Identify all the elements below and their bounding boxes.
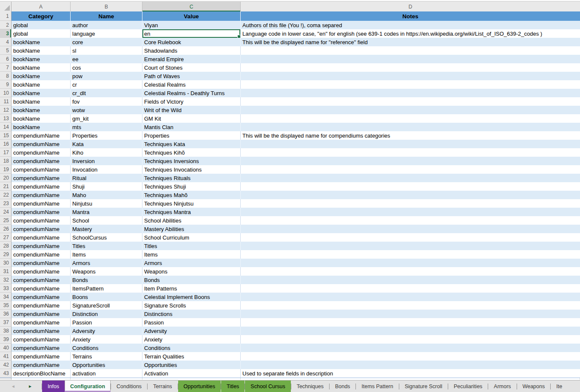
cell-C36[interactable]: Distinctions — [142, 310, 241, 318]
table-header-category[interactable]: Category — [11, 11, 71, 21]
row-number-5[interactable]: 5 — [0, 46, 11, 55]
column-header-c[interactable]: C — [142, 2, 241, 11]
cell-D17[interactable] — [241, 148, 580, 157]
cell-C23[interactable]: Techniques Ninjutsu — [142, 199, 241, 208]
cell-B28[interactable]: Titles — [71, 242, 142, 250]
cell-B14[interactable]: mts — [71, 123, 142, 131]
cell-D12[interactable] — [241, 106, 580, 114]
cell-B33[interactable]: ItemsPattern — [71, 284, 142, 293]
cell-D21[interactable] — [241, 182, 580, 191]
cell-A34[interactable]: compendiumName — [11, 293, 71, 301]
cell-C42[interactable]: Opportunities — [142, 361, 241, 369]
cell-D26[interactable] — [241, 225, 580, 233]
cell-B32[interactable]: Bonds — [71, 276, 142, 284]
cell-C35[interactable]: Signature Scrolls — [142, 301, 241, 310]
cell-A35[interactable]: compendiumName — [11, 301, 71, 310]
row-number-11[interactable]: 11 — [0, 97, 11, 106]
cell-C26[interactable]: Mastery Abilities — [142, 225, 241, 233]
cell-D36[interactable] — [241, 310, 580, 318]
cell-B34[interactable]: Boons — [71, 293, 142, 301]
cell-C34[interactable]: Celestial Implement Boons — [142, 293, 241, 301]
cell-D20[interactable] — [241, 174, 580, 182]
cell-A10[interactable]: bookName — [11, 89, 71, 97]
cell-D31[interactable] — [241, 267, 580, 276]
cell-D28[interactable] — [241, 242, 580, 250]
sheet-tab-terrains[interactable]: Terrains — [148, 381, 177, 392]
select-all-corner[interactable] — [0, 2, 11, 11]
cell-D38[interactable] — [241, 327, 580, 335]
cell-A20[interactable]: compendiumName — [11, 174, 71, 182]
table-header-notes[interactable]: Notes — [241, 11, 580, 21]
cell-B22[interactable]: Maho — [71, 191, 142, 199]
cell-D3[interactable]: Language code in lower case, "en" for en… — [241, 29, 580, 38]
cell-D7[interactable] — [241, 63, 580, 72]
cell-A40[interactable]: compendiumName — [11, 344, 71, 352]
cell-A22[interactable]: compendiumName — [11, 191, 71, 199]
prev-sheet-icon[interactable]: ◄ — [11, 384, 15, 389]
cell-C30[interactable]: Armors — [142, 259, 241, 267]
cell-D6[interactable] — [241, 55, 580, 63]
cell-B42[interactable]: Opportunities — [71, 361, 142, 369]
active-cell[interactable]: en — [142, 29, 241, 38]
column-header-d[interactable]: D — [241, 2, 580, 11]
cell-A28[interactable]: compendiumName — [11, 242, 71, 250]
cell-A41[interactable]: compendiumName — [11, 352, 71, 361]
sheet-tab-infos[interactable]: Infos — [42, 381, 65, 392]
sheet-tab-conditions[interactable]: Conditions — [111, 381, 147, 392]
cell-A3[interactable]: global — [11, 29, 71, 38]
cell-A31[interactable]: compendiumName — [11, 267, 71, 276]
cell-D22[interactable] — [241, 191, 580, 199]
cell-C24[interactable]: Techniques Mantra — [142, 208, 241, 216]
cell-D13[interactable] — [241, 114, 580, 123]
row-number-24[interactable]: 24 — [0, 208, 11, 216]
cell-A27[interactable]: compendiumName — [11, 233, 71, 242]
cell-C14[interactable]: Mantis Clan — [142, 123, 241, 131]
row-number-36[interactable]: 36 — [0, 310, 11, 318]
cell-B7[interactable]: cos — [71, 63, 142, 72]
cell-D11[interactable] — [241, 97, 580, 106]
cell-D23[interactable] — [241, 199, 580, 208]
cell-C39[interactable]: Anxiety — [142, 335, 241, 344]
cell-D30[interactable] — [241, 259, 580, 267]
sheet-tab-items-pattern[interactable]: Items Pattern — [356, 381, 398, 392]
row-number-33[interactable]: 33 — [0, 284, 11, 293]
cell-B25[interactable]: School — [71, 216, 142, 225]
cell-C5[interactable]: Shadowlands — [142, 46, 241, 55]
cell-D5[interactable] — [241, 46, 580, 55]
cell-A2[interactable]: global — [11, 21, 71, 29]
cell-B30[interactable]: Armors — [71, 259, 142, 267]
cell-A37[interactable]: compendiumName — [11, 318, 71, 327]
row-number-37[interactable]: 37 — [0, 318, 11, 327]
cell-D34[interactable] — [241, 293, 580, 301]
row-number-18[interactable]: 18 — [0, 157, 11, 165]
cell-B20[interactable]: Ritual — [71, 174, 142, 182]
cell-D42[interactable] — [241, 361, 580, 369]
cell-D24[interactable] — [241, 208, 580, 216]
cell-D29[interactable] — [241, 250, 580, 259]
row-number-22[interactable]: 22 — [0, 191, 11, 199]
cell-B5[interactable]: sl — [71, 46, 142, 55]
cell-B39[interactable]: Anxiety — [71, 335, 142, 344]
cell-B4[interactable]: core — [71, 38, 142, 46]
row-number-19[interactable]: 19 — [0, 165, 11, 174]
sheet-tab-opportunities[interactable]: Opportunities — [178, 381, 221, 392]
cell-C16[interactable]: Techniques Kata — [142, 140, 241, 148]
cell-C20[interactable]: Techniques Rituals — [142, 174, 241, 182]
cell-D14[interactable] — [241, 123, 580, 131]
cell-D18[interactable] — [241, 157, 580, 165]
row-number-32[interactable]: 32 — [0, 276, 11, 284]
cell-B18[interactable]: Inversion — [71, 157, 142, 165]
cell-B40[interactable]: Conditions — [71, 344, 142, 352]
cell-A30[interactable]: compendiumName — [11, 259, 71, 267]
row-number-6[interactable]: 6 — [0, 55, 11, 63]
cell-D19[interactable] — [241, 165, 580, 174]
cell-C9[interactable]: Celestial Realms — [142, 80, 241, 89]
row-number-17[interactable]: 17 — [0, 148, 11, 157]
cell-A38[interactable]: compendiumName — [11, 327, 71, 335]
cell-A7[interactable]: bookName — [11, 63, 71, 72]
cell-D4[interactable]: This will be the displayed name for "ref… — [241, 38, 580, 46]
cell-A14[interactable]: bookName — [11, 123, 71, 131]
cell-B35[interactable]: SignatureScroll — [71, 301, 142, 310]
sheet-tab-weapons[interactable]: Weapons — [517, 381, 551, 392]
sheet-tab-peculiarities[interactable]: Peculiarities — [448, 381, 488, 392]
